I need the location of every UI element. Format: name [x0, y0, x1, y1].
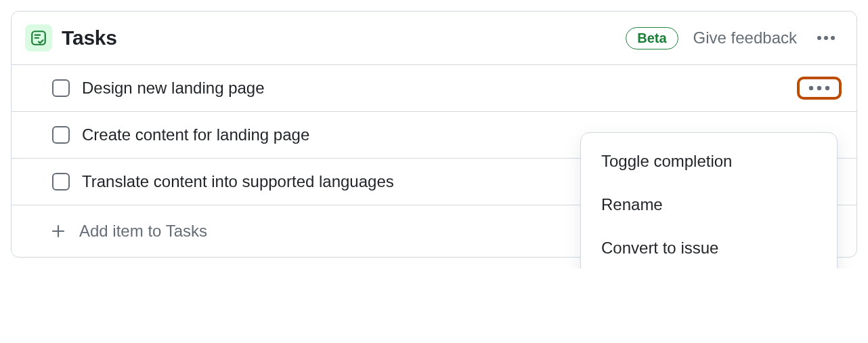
task-more-button-highlight: [797, 77, 842, 100]
more-horizontal-icon: [817, 35, 836, 41]
task-label: Design new landing page: [82, 79, 840, 98]
task-checkbox[interactable]: [52, 173, 70, 190]
plus-icon: [49, 222, 67, 240]
tasks-list-icon: [25, 24, 52, 52]
svg-point-4: [809, 86, 813, 90]
svg-point-5: [817, 86, 821, 90]
svg-point-6: [825, 86, 829, 90]
task-more-button[interactable]: [804, 85, 835, 92]
menu-item-toggle-completion[interactable]: Toggle completion: [581, 140, 837, 183]
panel-title-wrap: Tasks: [25, 24, 626, 52]
give-feedback-link[interactable]: Give feedback: [693, 28, 797, 47]
task-context-menu: Toggle completion Rename Convert to issu…: [580, 132, 838, 268]
panel-more-button[interactable]: [812, 24, 840, 52]
tasks-panel: Tasks Beta Give feedback Design new land…: [11, 11, 857, 258]
beta-badge: Beta: [626, 27, 678, 49]
task-checkbox[interactable]: [52, 126, 70, 144]
task-checkbox[interactable]: [52, 79, 70, 97]
panel-title: Tasks: [62, 26, 117, 49]
menu-item-rename[interactable]: Rename: [581, 183, 837, 226]
svg-point-1: [817, 36, 821, 40]
more-horizontal-icon: [808, 85, 831, 91]
svg-point-2: [824, 36, 828, 40]
add-item-label: Add item to Tasks: [79, 222, 207, 241]
svg-point-3: [831, 36, 835, 40]
task-row[interactable]: Design new landing page: [12, 64, 856, 111]
panel-header: Tasks Beta Give feedback: [12, 12, 856, 64]
menu-item-convert-to-issue[interactable]: Convert to issue: [581, 226, 837, 268]
header-actions: Beta Give feedback: [626, 24, 840, 52]
